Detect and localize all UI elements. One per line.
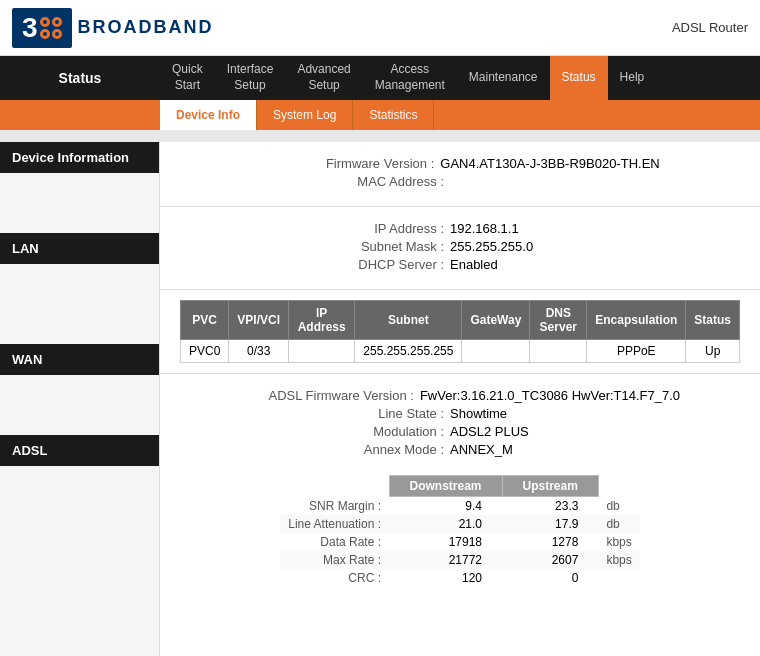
lan-section: IP Address : 192.168.1.1 Subnet Mask : 2… bbox=[160, 207, 760, 290]
col-gateway: GateWay bbox=[462, 301, 530, 340]
adsl-linestate-row: Line State : Showtime bbox=[180, 406, 740, 421]
dhcp-row: DHCP Server : Enabled bbox=[180, 257, 740, 272]
adsl-modulation-label: Modulation : bbox=[270, 424, 450, 439]
subnav-statistics[interactable]: Statistics bbox=[353, 100, 434, 130]
sidebar-section-lan: LAN bbox=[0, 233, 159, 264]
firmware-value: GAN4.AT130A-J-3BB-R9B020-TH.EN bbox=[440, 156, 659, 171]
adsl-firmware-row: ADSL Firmware Version : FwVer:3.16.21.0_… bbox=[180, 388, 740, 403]
ip-value: 192.168.1.1 bbox=[450, 221, 650, 236]
router-label: ADSL Router bbox=[672, 20, 748, 35]
stats-row-1: Line Attenuation : 21.0 17.9 db bbox=[280, 515, 640, 533]
nav-status: Status bbox=[0, 56, 160, 100]
nav-interface-setup[interactable]: Interface Setup bbox=[215, 56, 286, 100]
adsl-modulation-row: Modulation : ADSL2 PLUS bbox=[180, 424, 740, 439]
adsl-annex-value: ANNEX_M bbox=[450, 442, 650, 457]
nav-items: Quick Start Interface Setup Advanced Set… bbox=[160, 56, 760, 100]
sidebar-section-device-information: Device Information bbox=[0, 142, 159, 173]
wan-table: PVC VPI/VCI IP Address Subnet GateWay DN… bbox=[180, 300, 740, 363]
nav-help[interactable]: Help bbox=[608, 56, 657, 100]
nav-status[interactable]: Status bbox=[550, 56, 608, 100]
ip-label: IP Address : bbox=[270, 221, 450, 236]
subnet-value: 255.255.255.0 bbox=[450, 239, 650, 254]
subnet-row: Subnet Mask : 255.255.255.0 bbox=[180, 239, 740, 254]
wan-vpivci: 0/33 bbox=[229, 340, 289, 363]
nav-quick-start[interactable]: Quick Start bbox=[160, 56, 215, 100]
stats-row-0: SNR Margin : 9.4 23.3 db bbox=[280, 497, 640, 516]
adsl-linestate-value: Showtime bbox=[450, 406, 650, 421]
ip-row: IP Address : 192.168.1.1 bbox=[180, 221, 740, 236]
col-pvc: PVC bbox=[181, 301, 229, 340]
subnav-device-info[interactable]: Device Info bbox=[160, 100, 257, 130]
col-status: Status bbox=[686, 301, 740, 340]
logo: 3 BROADBAND bbox=[12, 8, 214, 48]
wan-dns bbox=[530, 340, 587, 363]
adsl-linestate-label: Line State : bbox=[270, 406, 450, 421]
nav-advanced-setup[interactable]: Advanced Setup bbox=[285, 56, 362, 100]
col-encap: Encapsulation bbox=[587, 301, 686, 340]
firmware-row: Firmware Version : GAN4.AT130A-J-3BB-R9B… bbox=[180, 156, 740, 171]
nav-access-management[interactable]: Access Management bbox=[363, 56, 457, 100]
adsl-stats-table: Downstream Upstream SNR Margin : 9.4 23.… bbox=[280, 475, 640, 587]
mac-value bbox=[450, 174, 650, 189]
col-vpivci: VPI/VCI bbox=[229, 301, 289, 340]
main-content: Firmware Version : GAN4.AT130A-J-3BB-R9B… bbox=[160, 142, 760, 656]
wan-ip bbox=[289, 340, 355, 363]
stats-row-2: Data Rate : 17918 1278 kbps bbox=[280, 533, 640, 551]
wan-section: PVC VPI/VCI IP Address Subnet GateWay DN… bbox=[160, 290, 760, 374]
subnav: Device Info System Log Statistics bbox=[0, 100, 760, 130]
stats-col-downstream: Downstream bbox=[389, 476, 502, 497]
wan-status: Up bbox=[686, 340, 740, 363]
firmware-label: Firmware Version : bbox=[260, 156, 440, 171]
col-subnet: Subnet bbox=[355, 301, 462, 340]
sidebar-section-wan: WAN bbox=[0, 344, 159, 375]
mac-label: MAC Address : bbox=[270, 174, 450, 189]
col-dns: DNS Server bbox=[530, 301, 587, 340]
sidebar-section-adsl: ADSL bbox=[0, 435, 159, 466]
separator-bar bbox=[0, 130, 760, 142]
dhcp-value: Enabled bbox=[450, 257, 650, 272]
wan-row-0: PVC0 0/33 255.255.255.255 PPPoE Up bbox=[181, 340, 740, 363]
adsl-section: ADSL Firmware Version : FwVer:3.16.21.0_… bbox=[160, 374, 760, 609]
wan-subnet: 255.255.255.255 bbox=[355, 340, 462, 363]
content-area: Device Information LAN WAN ADSL Firmware… bbox=[0, 142, 760, 656]
wan-gateway bbox=[462, 340, 530, 363]
sidebar: Device Information LAN WAN ADSL bbox=[0, 142, 160, 656]
mac-row: MAC Address : bbox=[180, 174, 740, 189]
stats-row-3: Max Rate : 21772 2607 kbps bbox=[280, 551, 640, 569]
wan-encap: PPPoE bbox=[587, 340, 686, 363]
adsl-modulation-value: ADSL2 PLUS bbox=[450, 424, 650, 439]
adsl-annex-label: Annex Mode : bbox=[270, 442, 450, 457]
stats-col-upstream: Upstream bbox=[502, 476, 598, 497]
subnet-label: Subnet Mask : bbox=[270, 239, 450, 254]
col-ip: IP Address bbox=[289, 301, 355, 340]
header: 3 BROADBAND ADSL Router bbox=[0, 0, 760, 56]
dhcp-label: DHCP Server : bbox=[270, 257, 450, 272]
subnav-system-log[interactable]: System Log bbox=[257, 100, 353, 130]
wan-pvc: PVC0 bbox=[181, 340, 229, 363]
stats-row-4: CRC : 120 0 bbox=[280, 569, 640, 587]
device-info-section: Firmware Version : GAN4.AT130A-J-3BB-R9B… bbox=[160, 142, 760, 207]
adsl-firmware-label: ADSL Firmware Version : bbox=[240, 388, 420, 403]
adsl-firmware-value: FwVer:3.16.21.0_TC3086 HwVer:T14.F7_7.0 bbox=[420, 388, 680, 403]
nav-maintenance[interactable]: Maintenance bbox=[457, 56, 550, 100]
adsl-annex-row: Annex Mode : ANNEX_M bbox=[180, 442, 740, 457]
main-nav: Status Quick Start Interface Setup Advan… bbox=[0, 56, 760, 100]
